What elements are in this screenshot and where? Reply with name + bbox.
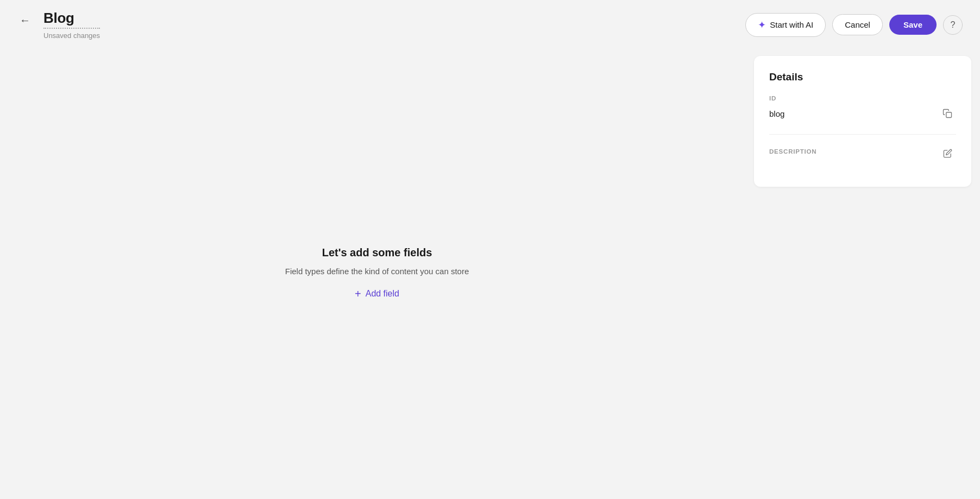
empty-state-title: Let's add some fields xyxy=(322,247,432,259)
description-field-label: DESCRIPTION xyxy=(769,148,816,155)
add-field-label: Add field xyxy=(366,289,399,299)
cancel-button[interactable]: Cancel xyxy=(832,14,883,35)
body: Let's add some fields Field types define… xyxy=(0,47,980,499)
panel-title: Details xyxy=(769,71,956,83)
copy-id-button[interactable] xyxy=(939,105,956,122)
svg-rect-0 xyxy=(946,112,952,118)
id-field-label: ID xyxy=(769,95,956,102)
sparkle-icon: ✦ xyxy=(758,19,766,31)
empty-state: Let's add some fields Field types define… xyxy=(285,247,469,300)
back-button[interactable]: ← xyxy=(17,12,33,29)
help-button[interactable]: ? xyxy=(943,15,963,35)
description-field: DESCRIPTION xyxy=(769,144,956,162)
header-left: ← Blog Unsaved changes xyxy=(17,10,100,40)
main-content: Let's add some fields Field types define… xyxy=(0,47,754,499)
back-icon: ← xyxy=(20,14,30,27)
add-field-plus-icon: + xyxy=(355,288,361,300)
unsaved-changes-label: Unsaved changes xyxy=(43,31,100,40)
id-field-value: blog xyxy=(769,109,784,118)
edit-icon xyxy=(943,149,952,158)
add-field-button[interactable]: + Add field xyxy=(355,288,399,300)
right-panel: Details ID blog DESCRIPTION xyxy=(754,56,971,187)
empty-state-subtitle: Field types define the kind of content y… xyxy=(285,267,469,276)
header: ← Blog Unsaved changes ✦ Start with AI C… xyxy=(0,0,980,47)
description-field-row: DESCRIPTION xyxy=(769,144,956,162)
save-button[interactable]: Save xyxy=(889,15,937,35)
ai-button-label: Start with AI xyxy=(770,20,813,29)
id-field-row: blog xyxy=(769,105,956,122)
id-field: ID blog xyxy=(769,95,956,122)
title-block: Blog Unsaved changes xyxy=(43,10,100,40)
help-icon: ? xyxy=(951,20,956,30)
edit-description-button[interactable] xyxy=(939,144,956,162)
panel-divider xyxy=(769,134,956,135)
header-right: ✦ Start with AI Cancel Save ? xyxy=(745,13,963,37)
page-title: Blog xyxy=(43,10,100,29)
copy-icon xyxy=(943,109,952,118)
start-with-ai-button[interactable]: ✦ Start with AI xyxy=(745,13,826,37)
